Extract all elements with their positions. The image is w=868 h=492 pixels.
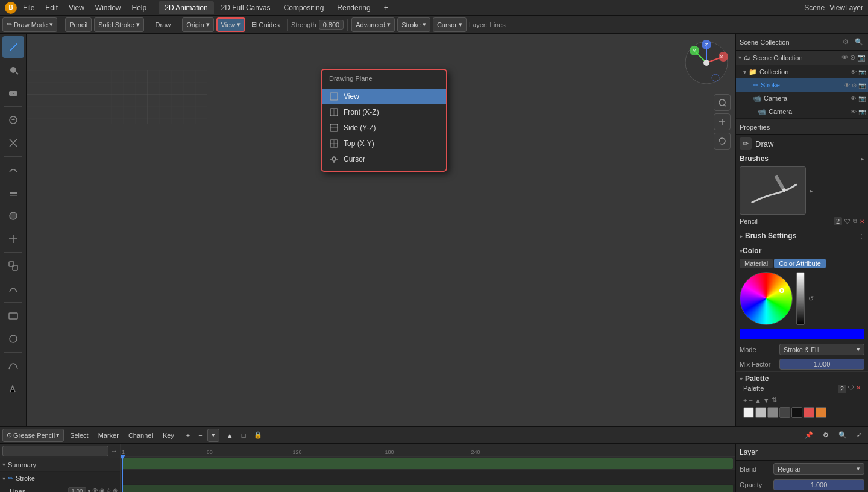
cutter-tool[interactable] (2, 132, 24, 154)
layer-blend-value[interactable]: Regular ▾ (773, 463, 864, 475)
advanced-dropdown[interactable]: Advanced ▾ (351, 17, 395, 32)
origin-dropdown[interactable]: Origin ▾ (182, 17, 213, 32)
menu-edit[interactable]: Edit (40, 1, 63, 14)
cam-vis-icon[interactable]: 👁 (851, 95, 857, 102)
brush-settings-menu-icon[interactable]: ⋮ (858, 233, 864, 239)
menu-help[interactable]: Help (127, 1, 152, 14)
tl-key-btn[interactable]: Key (159, 429, 178, 442)
brush-settings-header[interactable]: ▸ Brush Settings ⋮ (740, 230, 864, 242)
curve-tool[interactable] (2, 355, 24, 377)
tl-filter-btn[interactable]: ⚙ (819, 429, 832, 442)
lines-mute-icon[interactable]: ◉ (99, 487, 105, 493)
tl-channel-btn[interactable]: Channel (125, 429, 157, 442)
swatch-dgray[interactable] (779, 407, 790, 418)
fill-tool[interactable] (2, 59, 24, 81)
clone-tool[interactable] (2, 255, 24, 277)
brush-delete-icon[interactable]: ✕ (860, 218, 864, 225)
menu-window[interactable]: Window (90, 1, 126, 14)
tl-search-icon[interactable]: ↔ (111, 447, 118, 455)
swatch-gray[interactable] (767, 407, 778, 418)
collection-row[interactable]: ▾ 📁 Collection 👁 📷 (736, 65, 868, 78)
tl-expand-btn[interactable]: ⤢ (853, 429, 866, 442)
grab-tool[interactable] (2, 228, 24, 250)
brush-copy-icon[interactable]: ⧉ (853, 218, 857, 225)
sc-render-icon[interactable]: 📷 (857, 54, 866, 62)
timeline-search-input[interactable] (2, 446, 108, 456)
tl-marker-btn[interactable]: Marker (95, 429, 122, 442)
palette-down-btn[interactable]: ▼ (763, 397, 770, 404)
draw-btn[interactable]: Draw (152, 17, 175, 32)
zoom-camera-btn[interactable] (714, 94, 731, 111)
brush-expand-arrow[interactable]: ▸ (810, 187, 813, 195)
lines-lock-icon[interactable]: ● (87, 487, 91, 493)
dropdown-item-side-yz[interactable]: Side (Y-Z) (322, 120, 446, 136)
dropdown-item-front-xz[interactable]: Front (X-Z) (322, 104, 446, 120)
blender-logo[interactable]: B (5, 2, 17, 14)
rectangle-tool[interactable] (2, 305, 24, 327)
color-attribute-btn[interactable]: Color Attribute (774, 259, 826, 268)
playhead[interactable] (122, 457, 123, 492)
color-reset-btn[interactable]: ↺ (808, 295, 814, 303)
erase-tool[interactable] (2, 82, 24, 104)
brushes-expand-icon[interactable]: ▸ (861, 155, 864, 163)
lines-track[interactable]: Lines 1.00 ● 👁 ◉ ☆ ⊕ (0, 485, 120, 492)
color-value-bar[interactable] (796, 272, 805, 325)
stroke-vis-icon[interactable]: 👁 (844, 82, 850, 89)
tl-lock-btn[interactable]: 🔒 (250, 429, 266, 442)
thickness-tool[interactable] (2, 182, 24, 204)
sc-sel-icon[interactable]: ⊙ (850, 54, 855, 62)
palette-up-btn[interactable]: ▲ (755, 397, 761, 404)
lines-vis-icon[interactable]: 👁 (92, 487, 98, 493)
palette-delete-icon[interactable]: ✕ (856, 385, 861, 393)
material-btn[interactable]: Material (740, 259, 773, 268)
sub-camera-row[interactable]: 📹 Camera 👁 📷 (736, 105, 868, 118)
sub-cam-vis[interactable]: 👁 (851, 109, 857, 115)
stroke-track[interactable]: ▾ ✏ Stroke (0, 472, 120, 485)
swatch-lgray[interactable] (755, 407, 766, 418)
tl-snap-btn[interactable]: ▾ (207, 429, 219, 442)
sc-vis-icon[interactable]: 👁 (841, 54, 848, 62)
outliner-search-btn[interactable]: 🔍 (854, 37, 864, 48)
scene-collection-row[interactable]: ▾ 🗂 Scene Collection 👁 ⊙ 📷 (736, 51, 868, 65)
lines-val[interactable]: 1.00 (68, 487, 86, 493)
tl-mode-btn[interactable]: ⊙ Grease Pencil ▾ (2, 429, 64, 442)
lines-solo-icon[interactable]: ☆ (106, 487, 112, 493)
color-wheel[interactable] (740, 272, 793, 325)
annotate-tool[interactable] (2, 378, 24, 400)
dropdown-item-view[interactable]: View (322, 89, 446, 104)
mix-factor-value[interactable]: 1.000 (779, 359, 864, 370)
viewport[interactable]: User Perspective (1) Stroke (27, 34, 735, 426)
stroke-dropdown[interactable]: Solid Stroke ▾ (94, 17, 143, 32)
workspace-2d-animation[interactable]: 2D Animation (159, 1, 213, 14)
strength-tool[interactable] (2, 205, 24, 227)
stroke-object-row[interactable]: ✏ Stroke 👁 ⊙ 📷 (736, 78, 868, 92)
brush-shield-icon[interactable]: 🛡 (844, 218, 851, 225)
tint-tool[interactable] (2, 109, 24, 131)
stroke-render-icon[interactable]: 📷 (858, 82, 866, 89)
draw-tool[interactable] (2, 36, 24, 58)
tl-pin-btn[interactable]: 📌 (801, 429, 817, 442)
nav-gizmo[interactable]: X Y Z (682, 39, 731, 87)
tl-select-btn[interactable]: Select (66, 429, 92, 442)
lines-pin-icon[interactable]: ⊕ (113, 487, 118, 493)
tl-add-btn[interactable]: + (183, 429, 193, 442)
col-vis-icon[interactable]: 👁 (851, 69, 857, 75)
stroke-sel-icon[interactable]: ⊙ (852, 82, 857, 89)
palette-add-btn[interactable]: + (743, 397, 747, 404)
mode-dropdown[interactable]: ✏ Draw Mode ▾ (2, 17, 57, 32)
brush-settings-row[interactable]: ▸ Brush Settings ⋮ (736, 228, 868, 244)
menu-view[interactable]: View (64, 1, 89, 14)
col-render-icon[interactable]: 📷 (858, 69, 866, 75)
swatch-white[interactable] (743, 407, 754, 418)
swatch-red[interactable] (804, 407, 814, 418)
tl-down-btn[interactable]: □ (238, 429, 250, 442)
cam-render-icon[interactable]: 📷 (858, 95, 866, 102)
palette-shield-icon[interactable]: 🛡 (848, 385, 854, 393)
swatch-orange[interactable] (816, 407, 826, 418)
workspace-compositing[interactable]: Compositing (278, 1, 330, 14)
camera-object-row[interactable]: 📹 Camera 👁 📷 (736, 92, 868, 105)
dropdown-item-cursor[interactable]: Cursor (322, 151, 446, 167)
tl-up-btn[interactable]: ▲ (223, 429, 237, 442)
layer-opacity-value[interactable]: 1.000 (773, 479, 864, 490)
outliner-filter-btn[interactable]: ⚙ (840, 37, 851, 48)
